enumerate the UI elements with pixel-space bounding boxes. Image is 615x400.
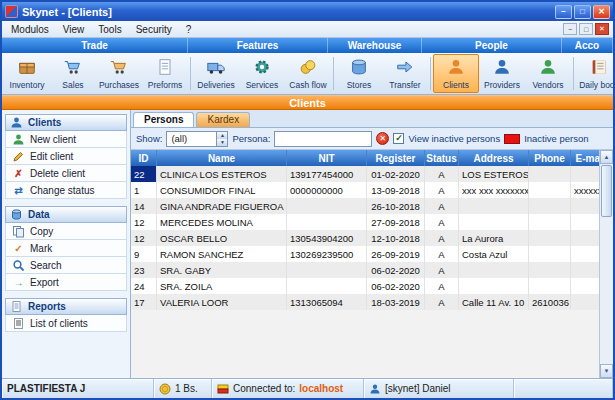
scrollbar-track[interactable] bbox=[600, 164, 613, 364]
toolbar-button-preforms[interactable]: Preforms bbox=[142, 54, 188, 93]
grid-cell[interactable]: A bbox=[425, 198, 459, 214]
grid-cell[interactable]: 13-09-2018 bbox=[367, 182, 425, 198]
column-header-e-mail[interactable]: E-mail bbox=[571, 150, 599, 166]
grid-cell[interactable]: 12 bbox=[131, 214, 157, 230]
table-row[interactable]: 17VALERIA LOOR131306509418-03-2019ACalle… bbox=[131, 294, 599, 310]
scroll-down-icon[interactable]: ▼ bbox=[600, 364, 613, 378]
tab-kardex[interactable]: Kardex bbox=[196, 112, 250, 127]
grid-cell[interactable] bbox=[571, 214, 599, 230]
column-header-name[interactable]: Name bbox=[157, 150, 287, 166]
toolbar-button-cash-flow[interactable]: Cash flow bbox=[285, 54, 331, 93]
toolbar-button-stores[interactable]: Stores bbox=[336, 54, 382, 93]
grid-cell[interactable]: 06-02-2020 bbox=[367, 262, 425, 278]
grid-cell[interactable]: A bbox=[425, 246, 459, 262]
grid-cell[interactable]: 06-02-2020 bbox=[367, 278, 425, 294]
toolbar-button-providers[interactable]: Providers bbox=[479, 54, 525, 93]
grid-cell[interactable] bbox=[459, 214, 529, 230]
grid-cell[interactable] bbox=[571, 294, 599, 310]
table-row[interactable]: 12OSCAR BELLO13054390420012-10-2018ALa A… bbox=[131, 230, 599, 246]
grid-cell[interactable]: 23 bbox=[131, 262, 157, 278]
ribbon-category-people[interactable]: People bbox=[422, 38, 562, 53]
scroll-up-icon[interactable]: ▲ bbox=[600, 150, 613, 164]
grid-cell[interactable] bbox=[571, 230, 599, 246]
grid-cell[interactable]: OSCAR BELLO bbox=[157, 230, 287, 246]
minimize-button[interactable]: − bbox=[555, 5, 572, 19]
grid-cell[interactable]: 130543904200 bbox=[287, 230, 367, 246]
grid-cell[interactable] bbox=[571, 246, 599, 262]
grid-cell[interactable]: 17 bbox=[131, 294, 157, 310]
sidebar-item-copy[interactable]: Copy bbox=[5, 223, 127, 240]
grid-cell[interactable]: 14 bbox=[131, 198, 157, 214]
grid-cell[interactable] bbox=[459, 278, 529, 294]
grid-cell[interactable] bbox=[287, 278, 367, 294]
grid-cell[interactable]: A bbox=[425, 278, 459, 294]
column-header-id[interactable]: ID bbox=[131, 150, 157, 166]
grid-cell[interactable] bbox=[571, 278, 599, 294]
column-header-nit[interactable]: NIT bbox=[287, 150, 367, 166]
grid-cell[interactable]: A bbox=[425, 182, 459, 198]
grid-cell[interactable]: 01-02-2020 bbox=[367, 166, 425, 182]
menu-item-modulos[interactable]: Modulos bbox=[4, 23, 56, 36]
grid-cell[interactable]: 27-09-2018 bbox=[367, 214, 425, 230]
toolbar-button-sales[interactable]: Sales bbox=[50, 54, 96, 93]
grid-cell[interactable]: Costa Azul bbox=[459, 246, 529, 262]
menu-item-security[interactable]: Security bbox=[129, 23, 179, 36]
sidebar-item-change-status[interactable]: ⇄Change status bbox=[5, 182, 127, 199]
toolbar-button-inventory[interactable]: Inventory bbox=[4, 54, 50, 93]
grid-cell[interactable] bbox=[529, 230, 571, 246]
grid-cell[interactable] bbox=[571, 262, 599, 278]
menu-item-tools[interactable]: Tools bbox=[91, 23, 128, 36]
ribbon-category-warehouse[interactable]: Warehouse bbox=[328, 38, 422, 53]
grid-cell[interactable] bbox=[287, 198, 367, 214]
table-row[interactable]: 1CONSUMIDOR FINAL000000000013-09-2018Axx… bbox=[131, 182, 599, 198]
grid-cell[interactable] bbox=[529, 166, 571, 182]
grid-cell[interactable]: LOS ESTEROS bbox=[459, 166, 529, 182]
table-row[interactable]: 9RAMON SANCHEZ13026923950026-09-2019ACos… bbox=[131, 246, 599, 262]
mdi-close-button[interactable]: ✕ bbox=[595, 23, 609, 35]
grid-cell[interactable]: 130269239500 bbox=[287, 246, 367, 262]
tab-persons[interactable]: Persons bbox=[133, 112, 194, 127]
sidebar-item-export[interactable]: →Export bbox=[5, 274, 127, 291]
toolbar-button-services[interactable]: Services bbox=[239, 54, 285, 93]
sidebar-item-list-of-clients[interactable]: List of clients bbox=[5, 315, 127, 332]
grid-cell[interactable] bbox=[529, 198, 571, 214]
grid-cell[interactable]: 18-03-2019 bbox=[367, 294, 425, 310]
close-button[interactable]: ✕ bbox=[593, 5, 610, 19]
ribbon-category-acco[interactable]: Acco bbox=[562, 38, 613, 53]
grid-cell[interactable]: A bbox=[425, 294, 459, 310]
grid-cell[interactable] bbox=[529, 182, 571, 198]
menu-item-[interactable]: ? bbox=[179, 23, 199, 36]
grid-cell[interactable]: SRA. GABY bbox=[157, 262, 287, 278]
grid-cell[interactable]: 1313065094 bbox=[287, 294, 367, 310]
grid-cell[interactable] bbox=[529, 246, 571, 262]
grid-cell[interactable] bbox=[529, 262, 571, 278]
grid-cell[interactable]: RAMON SANCHEZ bbox=[157, 246, 287, 262]
grid-cell[interactable] bbox=[287, 262, 367, 278]
spin-up-icon[interactable]: ▲ bbox=[217, 132, 227, 139]
grid-cell[interactable]: VALERIA LOOR bbox=[157, 294, 287, 310]
table-row[interactable]: 14GINA ANDRADE FIGUEROA26-10-2018A bbox=[131, 198, 599, 214]
sidebar-item-new-client[interactable]: New client bbox=[5, 131, 127, 148]
grid-cell[interactable]: SRA. ZOILA bbox=[157, 278, 287, 294]
scrollbar-thumb[interactable] bbox=[601, 165, 612, 217]
table-row[interactable]: 12MERCEDES MOLINA27-09-2018A bbox=[131, 214, 599, 230]
grid-cell[interactable] bbox=[529, 278, 571, 294]
grid-cell[interactable]: 12 bbox=[131, 230, 157, 246]
table-row[interactable]: 24SRA. ZOILA06-02-2020A bbox=[131, 278, 599, 294]
toolbar-button-clients[interactable]: Clients bbox=[433, 54, 479, 93]
grid-cell[interactable]: 9 bbox=[131, 246, 157, 262]
grid-cell[interactable]: 139177454000 bbox=[287, 166, 367, 182]
ribbon-category-features[interactable]: Features bbox=[188, 38, 328, 53]
grid-cell[interactable]: 0000000000 bbox=[287, 182, 367, 198]
clear-filter-icon[interactable]: ✕ bbox=[376, 132, 389, 145]
grid-cell[interactable] bbox=[571, 198, 599, 214]
grid-cell[interactable]: CLINICA LOS ESTEROS bbox=[157, 166, 287, 182]
grid-cell[interactable]: CONSUMIDOR FINAL bbox=[157, 182, 287, 198]
grid-cell[interactable]: 1 bbox=[131, 182, 157, 198]
vertical-scrollbar[interactable]: ▲ ▼ bbox=[599, 150, 613, 378]
grid-cell[interactable]: A bbox=[425, 230, 459, 246]
grid-cell[interactable] bbox=[287, 214, 367, 230]
grid-cell[interactable]: 12-10-2018 bbox=[367, 230, 425, 246]
grid-cell[interactable] bbox=[571, 166, 599, 182]
grid-cell[interactable] bbox=[529, 214, 571, 230]
